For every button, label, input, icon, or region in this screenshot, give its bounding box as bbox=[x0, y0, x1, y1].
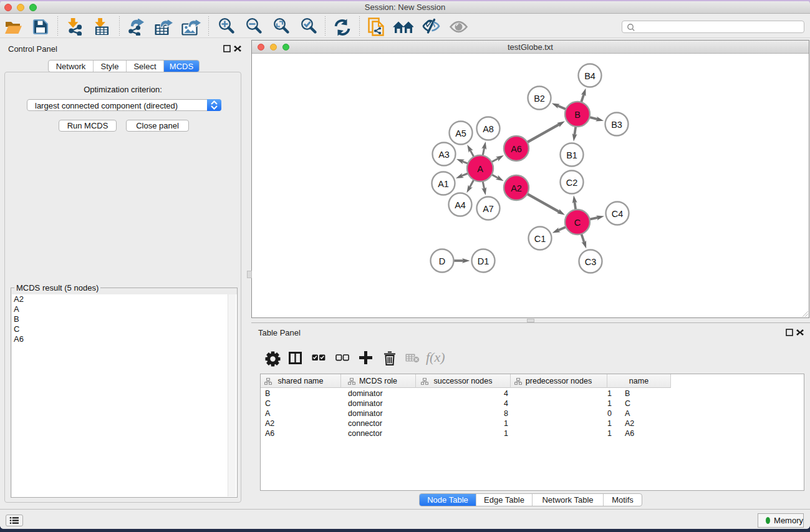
svg-text:A5: A5 bbox=[455, 128, 466, 138]
svg-text:A: A bbox=[477, 164, 483, 174]
svg-text:B1: B1 bbox=[566, 150, 577, 160]
svg-text:A6: A6 bbox=[511, 144, 522, 154]
svg-text:B: B bbox=[574, 110, 581, 120]
svg-text:C4: C4 bbox=[612, 209, 624, 219]
svg-text:C2: C2 bbox=[566, 178, 578, 188]
svg-text:C3: C3 bbox=[585, 257, 597, 267]
svg-text:C: C bbox=[574, 218, 581, 228]
svg-text:B4: B4 bbox=[584, 71, 595, 81]
svg-text:C1: C1 bbox=[534, 234, 546, 244]
svg-text:A4: A4 bbox=[455, 200, 466, 210]
svg-text:A7: A7 bbox=[483, 204, 494, 214]
svg-text:B3: B3 bbox=[611, 120, 622, 130]
svg-text:D1: D1 bbox=[478, 256, 489, 266]
svg-text:A3: A3 bbox=[438, 150, 450, 160]
svg-text:D: D bbox=[439, 256, 445, 266]
svg-text:A2: A2 bbox=[511, 183, 522, 193]
svg-text:A8: A8 bbox=[483, 124, 494, 134]
svg-text:B2: B2 bbox=[534, 94, 545, 104]
svg-text:A1: A1 bbox=[438, 179, 449, 189]
